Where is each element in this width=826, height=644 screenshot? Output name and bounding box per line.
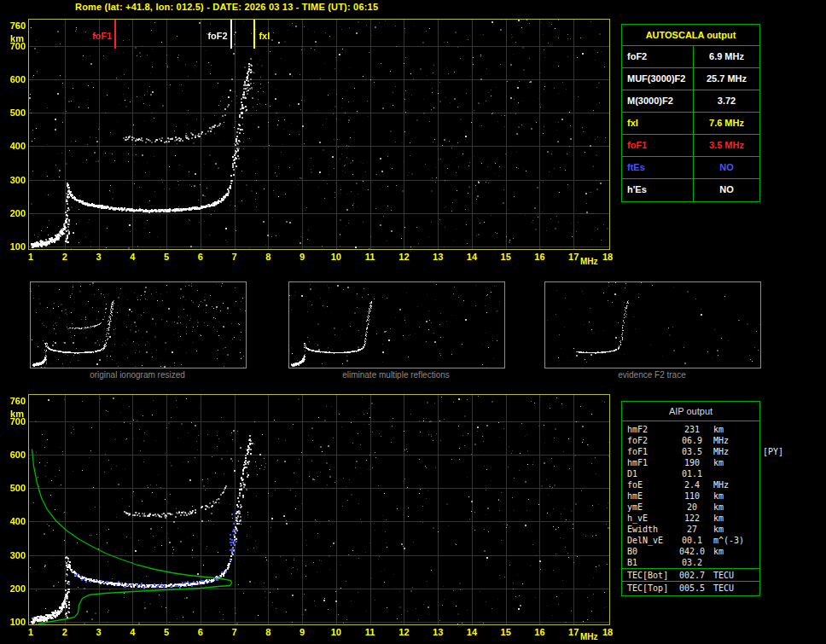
y-tick-label: 600	[0, 74, 26, 84]
autoscala-row-label: M(3000)F2	[622, 90, 694, 112]
aip-row-fof1: foF103.5MHz	[622, 446, 759, 457]
x-tick-label: 4	[123, 252, 142, 262]
x-tick-label: 8	[259, 252, 277, 262]
y-tick-label: 400	[0, 516, 26, 526]
x-tick-label: 7	[225, 252, 244, 262]
x-tick-label: 2	[55, 627, 74, 637]
x-tick-label: 18	[598, 627, 617, 637]
aip-row-tec[top]: TEC[Top]005.5TECU	[622, 581, 759, 594]
y-tick-label: 200	[0, 208, 26, 218]
x-tick-label: 15	[497, 627, 515, 637]
autoscala-row-value: 6.9 MHz	[694, 46, 759, 67]
autoscala-row-label: foF1	[622, 135, 694, 156]
aip-row-value: 03.2	[675, 557, 709, 568]
x-tick-label: 13	[428, 627, 447, 637]
aip-row-unit: km	[709, 457, 724, 468]
marker-label-fof1: foF1	[71, 31, 112, 41]
aip-row-hmf1: hmF1190km	[622, 457, 759, 468]
autoscala-row-value: 3.5 MHz	[694, 135, 759, 156]
thumbnail-caption-2: eliminate multiple reflections	[288, 370, 503, 380]
aip-row-hmf2: hmF2231km	[622, 424, 759, 435]
autoscala-row-h'es: h'EsNO	[622, 179, 759, 201]
aip-row-tec[bot]: TEC[Bot]002.7TECU	[622, 568, 759, 581]
x-tick-label: 14	[462, 252, 481, 262]
thumbnail-canvas-2	[289, 282, 504, 368]
x-tick-label: 12	[394, 252, 413, 262]
aip-row-label: h_vE	[622, 513, 675, 524]
autoscala-row-label: h'Es	[622, 179, 694, 201]
y-tick-label: 760	[0, 20, 26, 31]
x-tick-label: 10	[327, 252, 346, 262]
aip-row-unit: km	[709, 502, 724, 513]
x-tick-label: 18	[598, 252, 617, 262]
aip-row-yme: ymE20km	[622, 502, 759, 513]
aip-row-foe: foE2.4MHz	[622, 479, 759, 490]
autoscala-row-label: foF2	[622, 46, 694, 67]
x-tick-label: 6	[191, 252, 210, 262]
aip-row-label: TEC[Top]	[622, 582, 675, 594]
x-axis-unit-label: MHz	[580, 257, 598, 266]
x-tick-label: 4	[123, 627, 142, 637]
thumbnail-no-multiples	[288, 281, 505, 368]
aip-row-unit: TECU	[709, 582, 734, 594]
y-tick-label: 400	[0, 141, 26, 151]
thumbnail-canvas-1	[31, 282, 246, 368]
aip-row-unit: km	[709, 524, 724, 535]
aip-row-b1: B103.2	[622, 557, 759, 568]
autoscala-row-value: 25.7 MHz	[694, 68, 759, 90]
x-tick-label: 11	[361, 252, 380, 262]
autoscala-row-value: 7.6 MHz	[694, 113, 759, 134]
aip-row-value: 005.5	[675, 582, 709, 594]
aip-row-unit	[709, 468, 713, 479]
aip-row-label: ymE	[622, 502, 675, 513]
x-tick-label: 9	[293, 627, 311, 637]
aip-row-value: 110	[675, 490, 709, 502]
autoscala-row-label: MUF(3000)F2	[622, 68, 694, 90]
x-tick-label: 3	[90, 252, 108, 262]
y-tick-label: 600	[0, 450, 26, 460]
aip-row-label: B0	[622, 546, 675, 557]
aip-row-b0: B0042.0km	[622, 546, 759, 557]
aip-row-value: 27	[675, 524, 709, 535]
x-tick-label: 6	[191, 627, 210, 637]
autoscala-output-table: AUTOSCALA output foF26.9 MHzMUF(3000)F22…	[621, 24, 760, 202]
autoscala-row-fxi: fxI7.6 MHz	[622, 113, 759, 135]
aip-row-unit	[709, 557, 713, 568]
aip-row-unit: MHz	[709, 446, 729, 457]
aip-row-value: 122	[675, 513, 709, 524]
thumbnail-caption-1: original ionogram resized	[30, 370, 245, 380]
aip-row-value: 231	[675, 424, 709, 435]
y-tick-label: 300	[0, 550, 26, 560]
ionogram-plot-main	[28, 19, 610, 250]
autoscala-row-m(3000)f2: M(3000)F23.72	[622, 90, 759, 113]
aip-table-body: hmF2231kmfoF206.9MHzfoF103.5MHzhmF1190km…	[622, 421, 759, 595]
x-tick-label: 13	[428, 252, 447, 262]
y-tick-label: 500	[0, 107, 26, 118]
x-tick-label: 7	[225, 627, 244, 637]
aip-table-title: AIP output	[622, 402, 759, 421]
thumbnail-canvas-3	[545, 282, 760, 368]
aip-row-unit: MHz	[709, 479, 729, 490]
x-axis-unit-label: MHz	[580, 632, 598, 641]
x-tick-label: 5	[157, 627, 176, 637]
autoscala-row-ftes: ftEsNO	[622, 157, 759, 179]
aip-row-label: hmF1	[622, 457, 675, 468]
aip-row-label: hmE	[622, 490, 675, 502]
marker-label-fxi: fxI	[259, 31, 270, 41]
aip-row-ewidth: Ewidth27km	[622, 524, 759, 535]
autoscala-row-fof1: foF13.5 MHz	[622, 135, 759, 157]
marker-label-fof2: foF2	[187, 31, 228, 41]
aip-output-table: AIP output hmF2231kmfoF206.9MHzfoF103.5M…	[621, 401, 760, 596]
x-tick-label: 14	[462, 627, 481, 637]
ionogram-plot-profile	[28, 394, 610, 625]
autoscala-row-value: NO	[694, 157, 759, 178]
x-tick-label: 11	[361, 627, 380, 637]
y-tick-label: 760	[0, 396, 26, 406]
thumbnail-f2-trace	[544, 281, 761, 368]
aip-row-hme: hmE110km	[622, 490, 759, 502]
aip-row-label: D1	[622, 468, 675, 479]
aip-row-unit: km	[709, 513, 724, 524]
y-tick-label: 100	[0, 617, 26, 627]
autoscala-row-value: 3.72	[694, 90, 759, 112]
aip-row-value: 03.5	[675, 446, 709, 457]
